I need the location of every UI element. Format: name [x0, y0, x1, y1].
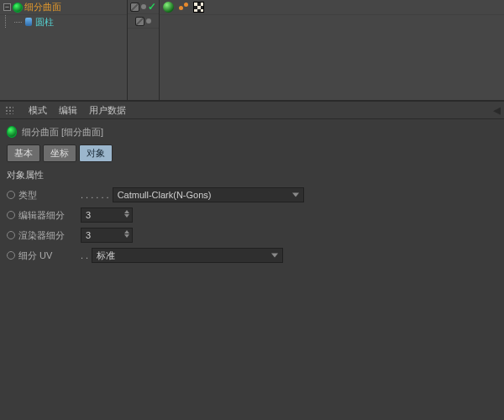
row-render-subdiv: 渲染器细分 3 — [7, 227, 497, 244]
expand-toggle[interactable]: − — [3, 3, 11, 11]
layer-dot-icon[interactable] — [130, 3, 139, 12]
row-subdiv-uv: 细分 UV . . 标准 — [7, 247, 497, 264]
anim-dot-icon[interactable] — [7, 191, 15, 199]
input-editor-subdiv[interactable]: 3 — [81, 207, 133, 223]
object-properties-form: 类型 . . . . . . Catmull-Clark(N-Gons) 编辑器… — [0, 183, 504, 267]
vis-dot-icon[interactable] — [146, 18, 151, 24]
spinner-icon[interactable] — [124, 210, 129, 218]
tree-item-label: 细分曲面 — [24, 1, 61, 13]
input-value: 3 — [86, 210, 91, 220]
particle-tag-icon[interactable] — [179, 3, 188, 12]
vis-dot-icon[interactable] — [141, 4, 146, 9]
input-value: 3 — [86, 230, 91, 240]
enabled-check-icon[interactable]: ✓ — [148, 1, 156, 13]
anim-dot-icon[interactable] — [7, 251, 15, 260]
attribute-menubar: 模式 编辑 用户数据 ◂ — [0, 101, 504, 119]
label-subdiv-uv: 细分 UV — [18, 249, 77, 262]
dropdown-value: Catmull-Clark(N-Gons) — [118, 190, 212, 200]
tab-object[interactable]: 对象 — [79, 144, 113, 162]
label-dots: . . — [81, 250, 88, 260]
tab-coord[interactable]: 坐标 — [43, 144, 76, 162]
cylinder-icon — [24, 17, 34, 27]
label-editor-subdiv: 编辑器细分 — [18, 209, 77, 222]
phong-tag-icon[interactable] — [163, 2, 174, 13]
history-back-icon[interactable]: ◂ — [493, 101, 501, 119]
input-render-subdiv[interactable]: 3 — [81, 228, 133, 243]
label-dots: . . . . . . — [81, 190, 109, 200]
attribute-header: 细分曲面 [细分曲面] — [0, 119, 504, 144]
subdivision-surface-icon — [13, 3, 23, 13]
object-tree[interactable]: − 细分曲面 圆柱 — [0, 0, 128, 100]
tree-item-label: 圆柱 — [35, 16, 54, 29]
chevron-down-icon — [271, 254, 278, 258]
visibility-cell-child[interactable] — [128, 14, 159, 29]
dropdown-value: 标准 — [97, 249, 115, 262]
texture-tag-icon[interactable] — [193, 2, 204, 13]
menu-mode[interactable]: 模式 — [29, 104, 47, 117]
tags-row-child[interactable] — [160, 14, 504, 29]
object-manager: − 细分曲面 圆柱 ✓ — [0, 0, 504, 101]
label-type: 类型 — [18, 189, 77, 202]
subdivision-surface-icon — [7, 126, 17, 138]
tree-row-parent[interactable]: − 细分曲面 — [0, 0, 127, 14]
menu-userdata[interactable]: 用户数据 — [89, 104, 126, 117]
anim-dot-icon[interactable] — [7, 231, 15, 239]
object-tags-column — [160, 0, 504, 100]
menu-edit[interactable]: 编辑 — [59, 104, 77, 117]
tab-basic[interactable]: 基本 — [7, 144, 40, 162]
attribute-title: 细分曲面 [细分曲面] — [22, 126, 103, 139]
attribute-tabs: 基本 坐标 对象 — [0, 144, 504, 167]
anim-dot-icon[interactable] — [7, 211, 15, 219]
tags-row-parent[interactable] — [160, 0, 504, 14]
object-visibility-column: ✓ — [128, 0, 160, 100]
label-render-subdiv: 渲染器细分 — [18, 229, 77, 242]
visibility-cell-parent[interactable]: ✓ — [128, 0, 159, 14]
tree-indent — [5, 15, 13, 29]
dropdown-type[interactable]: Catmull-Clark(N-Gons) — [113, 187, 304, 202]
chevron-down-icon — [292, 193, 299, 197]
tree-row-child[interactable]: 圆柱 — [0, 14, 127, 29]
dropdown-subdiv-uv[interactable]: 标准 — [92, 248, 283, 263]
group-label: 对象属性 — [0, 167, 504, 183]
grip-icon[interactable] — [5, 106, 13, 114]
spinner-icon[interactable] — [124, 230, 129, 238]
row-editor-subdiv: 编辑器细分 3 — [7, 207, 497, 223]
layer-dot-icon[interactable] — [135, 17, 144, 26]
row-type: 类型 . . . . . . Catmull-Clark(N-Gons) — [7, 186, 497, 203]
tree-branch — [14, 22, 22, 23]
